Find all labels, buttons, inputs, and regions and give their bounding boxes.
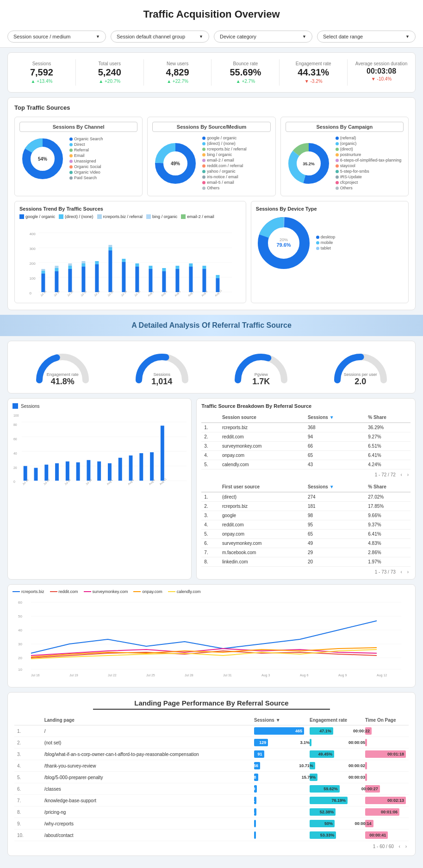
- svg-rect-101: [129, 456, 133, 481]
- svg-text:60: 60: [13, 437, 17, 441]
- gauge-row: Engagement rate 41.8% Sessions 1,014 Pgv…: [7, 341, 416, 393]
- svg-text:80: 80: [13, 423, 17, 426]
- filter-device-category[interactable]: Device category ▼: [214, 31, 312, 43]
- next-page-icon[interactable]: ›: [407, 472, 409, 477]
- session-source-table: Session source Sessions ▼ % Share 1.rcre…: [201, 412, 411, 469]
- referral-section-divider: A Detailed Analysis Of Referral Traffic …: [0, 315, 423, 336]
- chevron-down-icon: ▼: [302, 34, 306, 39]
- svg-text:Jul 25: Jul 25: [146, 674, 155, 677]
- svg-rect-100: [118, 458, 122, 481]
- donut-row: Sessions By Channel 54% Organic Search D…: [14, 117, 409, 196]
- svg-rect-103: [150, 452, 154, 481]
- svg-rect-97: [87, 460, 90, 481]
- next-page-icon2[interactable]: ›: [407, 569, 409, 575]
- svg-text:Jul 22: Jul 22: [108, 674, 117, 677]
- filter-channel-group[interactable]: Session default channel group ▼: [111, 31, 209, 43]
- table-row: 8.linkedin.com201.97%: [201, 557, 411, 567]
- sessions-by-channel-col: Sessions By Channel 54% Organic Search D…: [14, 117, 143, 196]
- svg-rect-47: [135, 267, 139, 292]
- table-row: 2.rcreports.biz18117.85%: [201, 502, 411, 511]
- metric-bounce-rate-change: ▲ +2.7%: [215, 79, 275, 84]
- svg-text:Aug 9: Aug 9: [338, 674, 347, 677]
- filter-channel-group-label: Session default channel group: [117, 34, 185, 39]
- metric-new-users: New users 4,829 ▲ +22.7%: [144, 59, 212, 86]
- table-row: 3. /blog/what-if-an-s-corp-owner-can-t-a…: [14, 749, 409, 760]
- svg-rect-102: [139, 453, 143, 481]
- prev-page-icon[interactable]: ‹: [401, 472, 402, 477]
- col-session-source: Session source: [219, 412, 305, 423]
- sessions-by-channel-legend: Organic Search Direct Referral Email Una…: [69, 137, 103, 181]
- table-row: 8. /pricing-ng 21 52.38% 00:01:06: [14, 806, 409, 818]
- trend-bar-chart: 0 100 200 300 400: [19, 223, 241, 297]
- multi-line-legend: rcreports.biz reddit.com surveymonkey.co…: [12, 589, 411, 594]
- bottom-section: Sessions 0 20 40 60 80 100: [7, 398, 416, 580]
- landing-page-table: Landing page Sessions ▼ Engagement rate …: [14, 715, 409, 841]
- svg-text:Jul 16: Jul 16: [22, 478, 29, 486]
- trend-title: Sessions Trend By Traffic Sources: [19, 206, 241, 212]
- metric-sessions-value: 7,592: [12, 67, 72, 78]
- table-row: 7.m.facebook.com292.86%: [201, 548, 411, 557]
- next-page-icon3[interactable]: ›: [405, 844, 407, 849]
- trend-device-row: Sessions Trend By Traffic Sources google…: [14, 201, 409, 303]
- table-row: 4.onpay.com656.41%: [201, 451, 411, 460]
- filter-source-medium[interactable]: Session source / medium ▼: [7, 31, 106, 43]
- gauge-engagement-rate-label: Engagement rate 41.8%: [15, 372, 110, 387]
- sessions-by-campaign-title: Sessions By Campaign: [286, 122, 404, 132]
- gauge-pgview: Pgview 1.7K: [214, 348, 309, 387]
- svg-text:20%: 20%: [280, 237, 288, 242]
- metric-sessions: Sessions 7,592 ▲ +13.4%: [8, 59, 76, 86]
- svg-text:200: 200: [29, 262, 36, 266]
- svg-text:Jul 16: Jul 16: [31, 674, 40, 677]
- table-row: 5.onpay.com656.41%: [201, 530, 411, 539]
- svg-text:50: 50: [18, 614, 22, 618]
- col-num: [201, 412, 219, 423]
- svg-rect-50: [149, 266, 152, 269]
- svg-text:Jul 20: Jul 20: [43, 478, 50, 486]
- svg-text:0: 0: [13, 480, 15, 483]
- metric-bounce-rate: Bounce rate 55.69% ▲ +2.7%: [212, 59, 280, 86]
- svg-rect-92: [34, 468, 38, 481]
- metric-new-users-label: New users: [148, 61, 208, 66]
- filter-date-range[interactable]: Select date range ▼: [317, 31, 416, 43]
- metric-bounce-rate-label: Bounce rate: [215, 61, 275, 66]
- svg-rect-94: [55, 463, 59, 481]
- table-row: 7. /knowledge-base-support 21 76.19% 00:…: [14, 795, 409, 806]
- svg-text:79.6%: 79.6%: [276, 242, 291, 248]
- metric-new-users-change: ▲ +22.7%: [148, 79, 208, 84]
- metric-total-users: Total users 5,240 ▲ +20.7%: [76, 59, 144, 86]
- svg-rect-32: [55, 268, 58, 271]
- first-user-table: First user source Sessions ▼ % Share 1.(…: [201, 482, 411, 567]
- table-row: 2.reddit.com949.27%: [201, 432, 411, 442]
- col-lp-sessions: Sessions ▼: [251, 715, 307, 725]
- referral-sessions-bar-chart: 0 20 40 60 80 100 Jul 16: [12, 412, 187, 486]
- sessions-by-campaign-inner: 35.2% (referral) (organic) (direct) post…: [286, 136, 404, 191]
- sessions-legend-label: Sessions: [21, 404, 40, 409]
- prev-page-icon3[interactable]: ‹: [399, 844, 400, 849]
- metric-engagement-rate-change: ▼ -3.2%: [283, 79, 343, 84]
- device-title: Sessions By Device Type: [256, 206, 404, 212]
- chevron-down-icon: ▼: [405, 34, 410, 39]
- svg-rect-46: [122, 259, 125, 262]
- table-row: 6. /classes 29 59.62% 00:00:27: [14, 783, 409, 795]
- svg-rect-29: [41, 271, 45, 274]
- landing-page-section: Landing Page Performance By Referral Sou…: [7, 692, 416, 856]
- table-row: 5.calendly.com434.24%: [201, 460, 411, 469]
- table-row: 10. /about/contact 15 53.33% 00:00:41: [14, 830, 409, 841]
- svg-rect-28: [41, 274, 45, 292]
- device-col: Sessions By Device Type 20% 79.6% deskto…: [251, 201, 409, 303]
- svg-text:30: 30: [18, 642, 22, 646]
- svg-rect-31: [55, 271, 58, 292]
- first-user-section: First user source Sessions ▼ % Share 1.(…: [201, 482, 411, 575]
- svg-text:Aug 12: Aug 12: [377, 674, 387, 677]
- sessions-by-source-legend: google / organic (direct) / (none) rcrep…: [202, 136, 247, 191]
- page-title: Traffic Acquisition Overview: [0, 8, 423, 20]
- svg-rect-54: [175, 266, 179, 269]
- col-first-user-source: First user source: [219, 482, 305, 492]
- svg-text:40: 40: [13, 452, 17, 455]
- trend-col: Sessions Trend By Traffic Sources google…: [14, 201, 246, 303]
- svg-text:49%: 49%: [171, 161, 180, 166]
- prev-page-icon2[interactable]: ‹: [401, 569, 402, 575]
- filter-date-range-label: Select date range: [323, 34, 363, 39]
- metric-sessions-label: Sessions: [12, 61, 72, 66]
- referral-chart-legend: Sessions: [12, 403, 187, 409]
